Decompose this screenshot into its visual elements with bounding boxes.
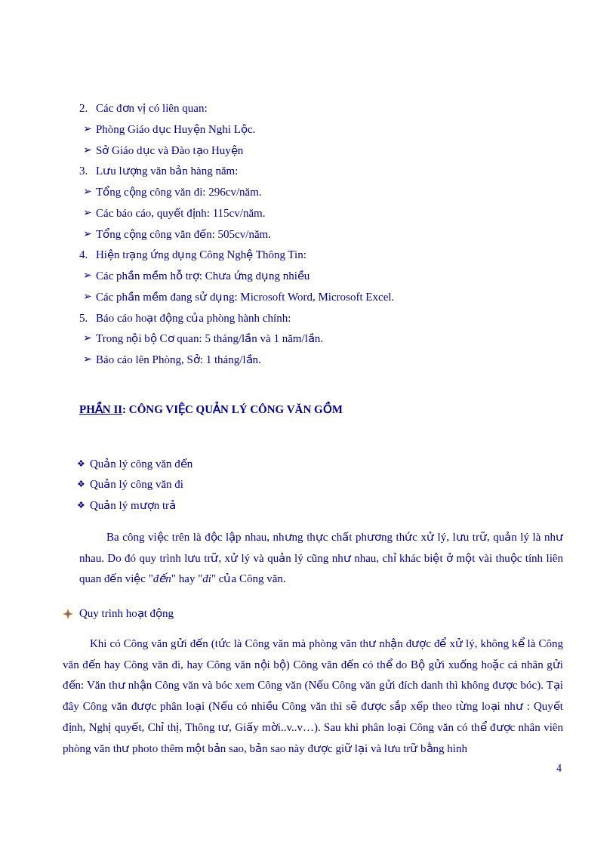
list-item: ➢Tổng cộng công văn đi: 296cv/năm.	[79, 182, 563, 203]
arrow-icon: ➢	[79, 203, 96, 223]
diamond-icon: ❖	[72, 455, 90, 472]
arrow-icon: ➢	[79, 140, 96, 160]
diamond-item: ❖Quản lý mượn trả	[72, 495, 563, 517]
arrow-icon: ➢	[79, 224, 96, 244]
list-item-text: Lưu lượng văn bản hàng năm:	[96, 161, 563, 182]
outline-list: 2.Các đơn vị có liên quan:➢Phòng Giáo dụ…	[79, 98, 563, 371]
list-item-text: Báo cáo hoạt động của phòng hành chính:	[96, 308, 563, 329]
paragraph-2: Khi có Công văn gửi đến (tức là Công văn…	[63, 634, 563, 760]
para1-post: " của Công văn.	[211, 572, 286, 584]
list-item: 4.Hiện trạng ứng dụng Công Nghệ Thông Ti…	[79, 245, 563, 266]
para1-em2: đi	[202, 572, 211, 584]
list-item-text: Báo cáo lên Phòng, Sở: 1 tháng/lần.	[96, 350, 563, 371]
list-item-text: Các phần mềm đang sử dụng: Microsoft Wor…	[96, 287, 563, 308]
diamond-icon: ❖	[72, 497, 90, 513]
number-marker: 3.	[79, 161, 96, 182]
list-item-text: Sở Giáo dục và Đào tạo Huyện	[96, 140, 563, 162]
svg-marker-1	[64, 610, 72, 618]
list-item-text: Tổng cộng công văn đi: 296cv/năm.	[96, 182, 563, 203]
diamond-icon: ❖	[72, 476, 90, 492]
page-number: 4	[556, 763, 562, 775]
list-item: 3.Lưu lượng văn bản hàng năm:	[79, 161, 563, 182]
para1-pre: Ba công việc trên là độc lập nhau, nhưng…	[79, 531, 563, 585]
list-item: ➢Báo cáo lên Phòng, Sở: 1 tháng/lần.	[79, 350, 563, 371]
list-item: ➢Các phần mềm hỗ trợ: Chưa ứng dụng nhiề…	[79, 266, 563, 287]
list-item-text: Các đơn vị có liên quan:	[96, 98, 563, 119]
number-marker: 5.	[79, 308, 96, 329]
list-item-text: Phòng Giáo dục Huyện Nghi Lộc.	[96, 119, 563, 140]
diamond-text: Quản lý mượn trả	[90, 495, 176, 517]
heading-sep: :	[122, 403, 129, 415]
list-item: ➢Các phần mềm đang sử dụng: Microsoft Wo…	[79, 287, 563, 308]
section-heading: PHẦN II: CÔNG VIỆC QUẢN LÝ CÔNG VĂN GỒM	[79, 399, 563, 421]
list-item-text: Trong nội bộ Cơ quan: 5 tháng/lần và 1 n…	[96, 328, 563, 350]
plus-label: Quy trình hoạt động	[79, 603, 174, 624]
diamond-item: ❖Quản lý công văn đến	[72, 454, 563, 475]
heading-title: CÔNG VIỆC QUẢN LÝ CÔNG VĂN GỒM	[129, 403, 343, 415]
list-item: ➢Phòng Giáo dục Huyện Nghi Lộc.	[79, 119, 563, 140]
list-item-text: Tổng cộng công văn đến: 505cv/năm.	[96, 224, 563, 245]
para1-em1: đến	[153, 572, 171, 584]
number-marker: 2.	[79, 98, 96, 119]
number-marker: 4.	[79, 245, 96, 266]
arrow-icon: ➢	[79, 119, 96, 139]
heading-label: PHẦN II	[79, 403, 122, 415]
list-item-text: Các báo cáo, quyết định: 115cv/năm.	[96, 203, 563, 224]
plus-icon	[57, 609, 79, 619]
list-item: 2.Các đơn vị có liên quan:	[79, 98, 563, 119]
arrow-icon: ➢	[79, 328, 96, 348]
para1-mid: " hay "	[171, 572, 202, 584]
list-item: ➢Sở Giáo dục và Đào tạo Huyện	[79, 140, 563, 162]
diamond-list: ❖Quản lý công văn đến❖Quản lý công văn đ…	[79, 454, 563, 517]
list-item: 5.Báo cáo hoạt động của phòng hành chính…	[79, 308, 563, 329]
document-page: 2.Các đơn vị có liên quan:➢Phòng Giáo dụ…	[0, 0, 616, 759]
list-item: ➢Tổng cộng công văn đến: 505cv/năm.	[79, 224, 563, 245]
paragraph-1: Ba công việc trên là độc lập nhau, nhưng…	[79, 527, 563, 590]
arrow-icon: ➢	[79, 350, 96, 369]
list-item-text: Hiện trạng ứng dụng Công Nghệ Thông Tin:	[96, 245, 563, 266]
arrow-icon: ➢	[79, 266, 96, 285]
arrow-icon: ➢	[79, 182, 96, 202]
list-item: ➢Các báo cáo, quyết định: 115cv/năm.	[79, 203, 563, 224]
diamond-text: Quản lý công văn đi	[90, 474, 183, 495]
list-item-text: Các phần mềm hỗ trợ: Chưa ứng dụng nhiều	[96, 266, 563, 287]
arrow-icon: ➢	[79, 287, 96, 307]
list-item: ➢Trong nội bộ Cơ quan: 5 tháng/lần và 1 …	[79, 328, 563, 350]
diamond-text: Quản lý công văn đến	[90, 454, 192, 475]
process-heading: Quy trình hoạt động	[57, 603, 563, 624]
diamond-item: ❖Quản lý công văn đi	[72, 474, 563, 495]
